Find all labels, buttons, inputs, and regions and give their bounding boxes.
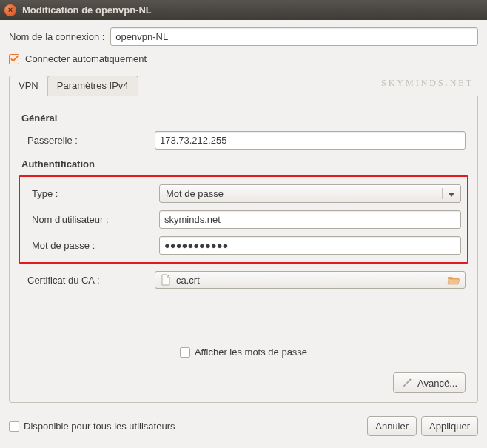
check-icon (10, 55, 19, 63)
auth-highlight-box: Type : Mot de passe Nom d'utilisateur : … (19, 175, 468, 264)
connection-name-input[interactable] (110, 27, 478, 46)
tab-vpn[interactable]: VPN (9, 76, 48, 96)
available-all-users-label: Disponible pour tous les utilisateurs (24, 421, 175, 432)
advanced-button-label: Avancé... (417, 378, 457, 389)
file-icon (160, 274, 172, 286)
password-label: Mot de passe : (26, 240, 159, 251)
auth-type-combobox[interactable]: Mot de passe (159, 184, 461, 203)
section-general-title: Général (21, 113, 466, 124)
show-passwords-label: Afficher les mots de passe (195, 347, 307, 358)
folder-open-icon (447, 274, 460, 286)
ca-cert-filename: ca.crt (176, 275, 447, 286)
chevron-down-icon (442, 188, 454, 199)
cancel-button[interactable]: Annuler (367, 416, 417, 436)
gateway-input[interactable] (155, 131, 466, 150)
autoconnect-checkbox[interactable] (9, 54, 19, 64)
close-icon: × (8, 6, 13, 14)
tab-ipv4[interactable]: Paramètres IPv4 (47, 76, 138, 96)
autoconnect-label: Connecter automatiquement (25, 53, 147, 64)
available-all-users-checkbox[interactable] (9, 421, 19, 432)
window-close-button[interactable]: × (4, 4, 16, 16)
tab-panel-vpn: Général Passerelle : Authentification Ty… (9, 96, 478, 403)
auth-type-label: Type : (26, 188, 159, 199)
window-titlebar: × Modification de openvpn-NL (0, 0, 487, 20)
cancel-button-label: Annuler (375, 421, 409, 432)
connection-name-label: Nom de la connexion : (9, 31, 104, 42)
section-auth-title: Authentification (21, 158, 466, 170)
auth-type-value: Mot de passe (166, 188, 224, 199)
password-input[interactable] (159, 236, 461, 255)
username-input[interactable] (159, 210, 461, 229)
window-title: Modification de openvpn-NL (22, 4, 152, 16)
ca-cert-label: Certificat du CA : (21, 275, 155, 286)
tab-bar: VPN Paramètres IPv4 SKYMINDS.NET (9, 75, 478, 96)
show-passwords-checkbox[interactable] (180, 347, 190, 358)
advanced-button[interactable]: Avancé... (393, 372, 466, 393)
username-label: Nom d'utilisateur : (26, 214, 159, 225)
gateway-label: Passerelle : (21, 135, 155, 146)
apply-button-label: Appliquer (429, 421, 470, 432)
watermark-text: SKYMINDS.NET (381, 78, 474, 89)
ca-cert-file-chooser[interactable]: ca.crt (155, 271, 466, 289)
wrench-icon (401, 377, 413, 389)
apply-button[interactable]: Appliquer (421, 416, 478, 436)
